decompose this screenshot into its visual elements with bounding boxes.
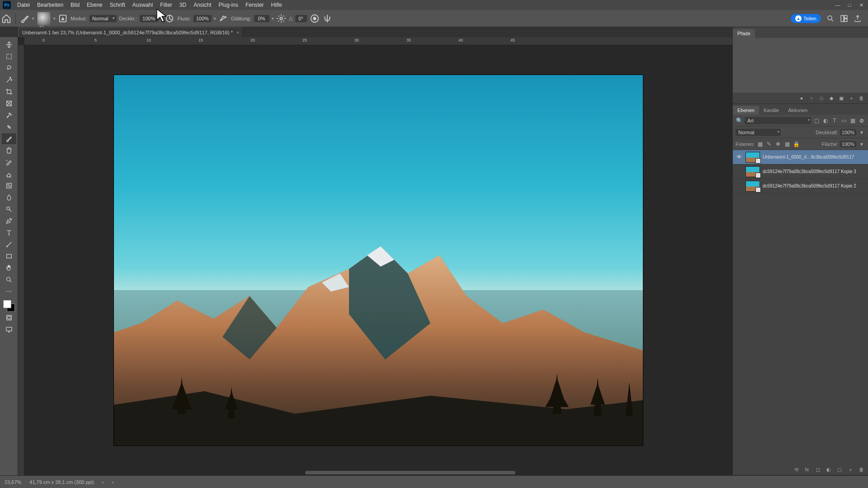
- delete-layer-icon[interactable]: 🗑: [858, 467, 864, 472]
- filter-type-icon[interactable]: T: [831, 117, 838, 124]
- brush-preset-dropdown[interactable]: ▾: [53, 16, 56, 21]
- paths-panel-body[interactable]: [733, 38, 868, 93]
- window-close-button[interactable]: ✕: [857, 2, 865, 8]
- link-layers-icon[interactable]: ⟲: [793, 467, 799, 473]
- gradient-tool[interactable]: [2, 180, 16, 191]
- fill-value[interactable]: 100%: [840, 141, 856, 147]
- frame-tool[interactable]: [2, 98, 16, 109]
- menu-ansicht[interactable]: Ansicht: [190, 0, 215, 10]
- window-maximize-button[interactable]: □: [845, 2, 854, 8]
- workspace-icon[interactable]: [840, 14, 848, 23]
- layer-name[interactable]: dc59124e7f79a08c3bca509fec5d9117 Kopie 3: [763, 169, 868, 174]
- history-brush-tool[interactable]: [2, 157, 16, 168]
- document-dimensions[interactable]: 41,79 cm x 28,1 cm (300 ppi): [29, 479, 94, 485]
- lasso-tool[interactable]: [2, 63, 16, 74]
- type-tool[interactable]: [2, 227, 16, 238]
- zoom-tool[interactable]: [2, 274, 16, 285]
- marquee-tool[interactable]: [2, 51, 16, 62]
- layer-thumbnail[interactable]: [745, 181, 760, 192]
- search-icon[interactable]: [826, 14, 835, 23]
- opacity-value[interactable]: 100%: [140, 15, 158, 22]
- layer-thumbnail[interactable]: [745, 166, 760, 177]
- edit-toolbar[interactable]: ⋯: [2, 286, 16, 297]
- group-icon[interactable]: ▢: [836, 467, 843, 473]
- foreground-color[interactable]: [3, 300, 11, 308]
- window-minimize-button[interactable]: —: [834, 2, 842, 8]
- screenmode-icon[interactable]: [2, 324, 16, 335]
- channels-tab[interactable]: Kanäle: [759, 106, 783, 115]
- menu-datei[interactable]: Datei: [14, 0, 33, 10]
- blend-mode-select[interactable]: Normal: [90, 15, 116, 22]
- brush-tool-icon[interactable]: [20, 14, 30, 23]
- layer-fx-icon[interactable]: fx: [804, 467, 810, 472]
- menu-ebene[interactable]: Ebene: [83, 0, 106, 10]
- home-icon[interactable]: [1, 14, 11, 23]
- layers-tab[interactable]: Ebenen: [733, 106, 759, 115]
- filter-smart-icon[interactable]: ▦: [849, 117, 856, 124]
- lock-all-icon[interactable]: 🔒: [793, 141, 800, 148]
- actions-tab[interactable]: Aktionen: [783, 106, 812, 115]
- menu-fenster[interactable]: Fenster: [242, 0, 268, 10]
- menu-plugins[interactable]: Plug-ins: [215, 0, 242, 10]
- eyedropper-tool[interactable]: [2, 110, 16, 121]
- pressure-opacity-icon[interactable]: [165, 14, 175, 23]
- symmetry-icon[interactable]: [322, 14, 332, 23]
- tool-preset-dropdown[interactable]: ▾: [32, 16, 34, 21]
- brush-tool[interactable]: [2, 133, 16, 144]
- close-tab-button[interactable]: ×: [236, 30, 239, 35]
- clone-tool[interactable]: [2, 145, 16, 156]
- layers-list[interactable]: 👁Unbenannt-1_0000_d…8c3bca509fec5d9117dc…: [733, 150, 868, 464]
- wand-tool[interactable]: [2, 75, 16, 85]
- airbrush-icon[interactable]: [218, 14, 228, 23]
- menu-auswahl[interactable]: Auswahl: [129, 0, 156, 10]
- color-swatch[interactable]: [3, 300, 15, 312]
- fill-dropdown-icon[interactable]: ▾: [858, 141, 865, 148]
- export-icon[interactable]: [854, 14, 862, 23]
- lock-trans-icon[interactable]: ▩: [756, 141, 764, 148]
- new-layer-icon[interactable]: ＋: [847, 466, 854, 473]
- filter-image-icon[interactable]: ▢: [813, 117, 820, 124]
- brush-panel-icon[interactable]: [58, 14, 68, 23]
- blur-tool[interactable]: [2, 192, 16, 203]
- quickmask-icon[interactable]: [2, 312, 16, 323]
- angle-value[interactable]: 0°: [295, 15, 307, 22]
- rectangle-tool[interactable]: [2, 251, 16, 262]
- filter-shape-icon[interactable]: ▭: [840, 117, 847, 124]
- lock-paint-icon[interactable]: ✎: [765, 141, 773, 148]
- dodge-tool[interactable]: [2, 204, 16, 215]
- crop-tool[interactable]: [2, 86, 16, 97]
- brush-preset-thumb[interactable]: 87: [37, 12, 51, 25]
- stroke-path-icon[interactable]: ○: [808, 95, 815, 101]
- filter-adjust-icon[interactable]: ◐: [822, 117, 829, 124]
- new-path-icon[interactable]: ▣: [838, 95, 844, 101]
- eraser-tool[interactable]: [2, 169, 16, 179]
- menu-schrift[interactable]: Schrift: [106, 0, 129, 10]
- delete-path-icon[interactable]: 🗑: [858, 95, 864, 101]
- adjustment-icon[interactable]: ◐: [826, 467, 832, 473]
- canvas-viewport[interactable]: [24, 45, 732, 475]
- layer-name[interactable]: Unbenannt-1_0000_d…8c3bca509fec5d9117: [763, 155, 868, 160]
- layer-row[interactable]: dc59124e7f79a08c3bca509fec5d9117 Kopie 2: [733, 179, 868, 193]
- layer-thumbnail[interactable]: [745, 152, 760, 163]
- paths-tab[interactable]: Pfade: [733, 29, 755, 38]
- healing-tool[interactable]: [2, 122, 16, 132]
- smoothing-dropdown[interactable]: ▾: [272, 16, 274, 21]
- path-mask-icon[interactable]: ◆: [828, 95, 835, 101]
- zoom-level[interactable]: 23,67%: [5, 479, 21, 485]
- filter-toggle-icon[interactable]: ⊘: [858, 117, 865, 124]
- status-prev-icon[interactable]: ‹: [102, 479, 104, 485]
- fill-path-icon[interactable]: ●: [798, 95, 805, 101]
- search-icon[interactable]: 🔍: [736, 117, 743, 124]
- horizontal-scrollbar[interactable]: [24, 470, 726, 475]
- visibility-toggle[interactable]: 👁: [733, 154, 745, 160]
- menu-bearbeiten[interactable]: Bearbeiten: [33, 0, 67, 10]
- menu-bild[interactable]: Bild: [67, 0, 83, 10]
- flow-dropdown[interactable]: ▾: [214, 16, 216, 21]
- layer-blend-select[interactable]: Normal: [736, 129, 781, 136]
- menu-filter[interactable]: Filter: [156, 0, 176, 10]
- vertical-ruler[interactable]: [18, 45, 24, 475]
- layer-filter-select[interactable]: Art: [745, 117, 811, 124]
- add-path-icon[interactable]: ＋: [848, 95, 854, 102]
- lock-nest-icon[interactable]: ▦: [783, 141, 791, 148]
- opacity-dropdown[interactable]: ▾: [160, 16, 162, 21]
